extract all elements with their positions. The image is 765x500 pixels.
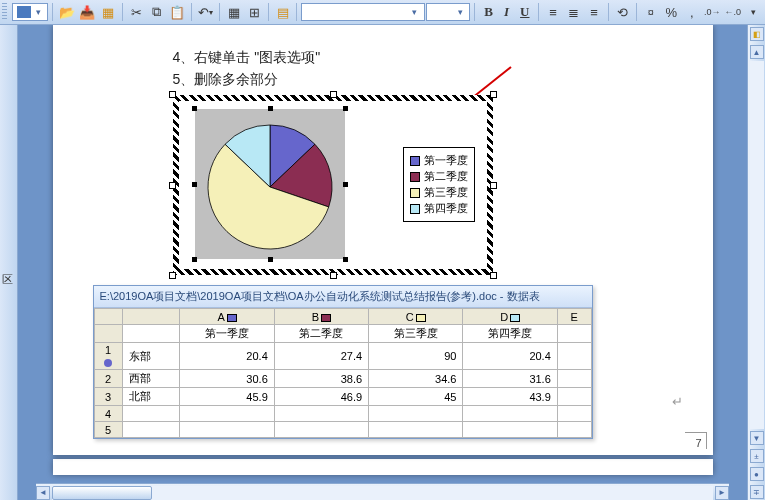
percent-icon[interactable]: % — [662, 2, 681, 22]
scroll-left-icon[interactable]: ◄ — [36, 486, 50, 500]
scroll-up-icon[interactable]: ▲ — [750, 45, 764, 59]
copy-icon[interactable]: ⧉ — [147, 2, 166, 22]
table-icon[interactable]: ⊞ — [245, 2, 264, 22]
resize-handle[interactable] — [330, 91, 337, 98]
toolbar-grip[interactable] — [2, 3, 7, 21]
legend-item: 第二季度 — [410, 169, 468, 184]
underline-button[interactable]: U — [515, 2, 534, 22]
pie-chart — [195, 109, 345, 259]
page-area: 4、右键单击 "图表选项" 5、删除多余部分 — [18, 25, 747, 500]
chart-area-icon[interactable]: ▤ — [273, 2, 292, 22]
align-right-icon[interactable]: ≡ — [584, 2, 603, 22]
dec-inc-icon[interactable]: .0→ — [703, 2, 722, 22]
body-line-4: 4、右键单击 "图表选项" — [173, 49, 673, 67]
resize-handle[interactable] — [169, 272, 176, 279]
paragraph-mark-icon: ↵ — [672, 394, 683, 409]
more-icon[interactable]: ▾ — [743, 2, 762, 22]
italic-button[interactable]: I — [499, 2, 514, 22]
highlight-icon[interactable]: ▦ — [98, 2, 117, 22]
legend-label: 第一季度 — [424, 153, 468, 168]
datasheet-grid[interactable]: ABCDE第一季度第二季度第三季度第四季度1 东部20.427.49020.42… — [94, 308, 592, 438]
comma-icon[interactable]: , — [682, 2, 701, 22]
import-icon[interactable]: 📥 — [78, 2, 97, 22]
legend-label: 第四季度 — [424, 201, 468, 216]
resize-handle[interactable] — [169, 91, 176, 98]
next-page-icon[interactable]: ∓ — [750, 485, 764, 499]
datasheet-window[interactable]: E:\2019OA项目文档\2019OA项目文档\OA办公自动化系统测试总结报告… — [93, 285, 593, 439]
resize-handle[interactable] — [330, 272, 337, 279]
legend-swatch — [410, 188, 420, 198]
resize-handle[interactable] — [490, 182, 497, 189]
plot-handle[interactable] — [192, 106, 197, 111]
next-page-edge — [53, 459, 713, 475]
legend-item: 第四季度 — [410, 201, 468, 216]
plot-handle[interactable] — [343, 257, 348, 262]
status-left-label: 区 — [0, 25, 18, 500]
legend-label: 第三季度 — [424, 185, 468, 200]
legend-item: 第三季度 — [410, 185, 468, 200]
legend-item: 第一季度 — [410, 153, 468, 168]
align-left-icon[interactable]: ≡ — [543, 2, 562, 22]
doc-map-icon[interactable]: ◧ — [750, 27, 764, 41]
plot-handle[interactable] — [268, 257, 273, 262]
style-chip[interactable]: ▾ — [12, 3, 48, 21]
datasheet-title[interactable]: E:\2019OA项目文档\2019OA项目文档\OA办公自动化系统测试总结报告… — [94, 286, 592, 308]
prev-page-icon[interactable]: ± — [750, 449, 764, 463]
toolbar: ▾ 📂 📥 ▦ ✂ ⧉ 📋 ↶▾ ▦ ⊞ ▤ ▾ ▾ B I U ≡ ≣ ≡ ⟲… — [0, 0, 765, 25]
legend-label: 第二季度 — [424, 169, 468, 184]
size-combo[interactable]: ▾ — [426, 3, 471, 21]
vertical-scrollbar[interactable]: ◧ ▲ ▼ ± ● ∓ — [747, 25, 765, 500]
paste-icon[interactable]: 📋 — [167, 2, 186, 22]
chart-object[interactable]: 第一季度 第二季度 第三季度 第四季度 — [173, 95, 493, 275]
horizontal-scrollbar[interactable]: ◄ ► — [36, 483, 729, 500]
angle-icon[interactable]: ⟲ — [613, 2, 632, 22]
browse-object-icon[interactable]: ● — [750, 467, 764, 481]
undo-icon[interactable]: ↶▾ — [196, 2, 215, 22]
resize-handle[interactable] — [490, 91, 497, 98]
plot-handle[interactable] — [343, 106, 348, 111]
legend-swatch — [410, 156, 420, 166]
legend-swatch — [410, 172, 420, 182]
align-center-icon[interactable]: ≣ — [564, 2, 583, 22]
plot-handle[interactable] — [192, 182, 197, 187]
chart-plot-area[interactable] — [195, 109, 345, 259]
font-combo[interactable]: ▾ — [301, 3, 424, 21]
plot-handle[interactable] — [192, 257, 197, 262]
scroll-down-icon[interactable]: ▼ — [750, 431, 764, 445]
resize-handle[interactable] — [490, 272, 497, 279]
page-number: 7 — [685, 432, 706, 449]
bold-button[interactable]: B — [479, 2, 498, 22]
dec-dec-icon[interactable]: ←.0 — [723, 2, 742, 22]
plot-handle[interactable] — [268, 106, 273, 111]
plot-handle[interactable] — [343, 182, 348, 187]
legend-swatch — [410, 204, 420, 214]
body-line-5: 5、删除多余部分 — [173, 71, 673, 89]
scroll-right-icon[interactable]: ► — [715, 486, 729, 500]
grid-icon[interactable]: ▦ — [224, 2, 243, 22]
document-page: 4、右键单击 "图表选项" 5、删除多余部分 — [53, 25, 713, 455]
cut-icon[interactable]: ✂ — [126, 2, 145, 22]
chart-legend[interactable]: 第一季度 第二季度 第三季度 第四季度 — [403, 147, 475, 222]
resize-handle[interactable] — [169, 182, 176, 189]
open-icon[interactable]: 📂 — [57, 2, 76, 22]
hscroll-thumb[interactable] — [52, 486, 152, 500]
currency-icon[interactable]: ¤ — [641, 2, 660, 22]
